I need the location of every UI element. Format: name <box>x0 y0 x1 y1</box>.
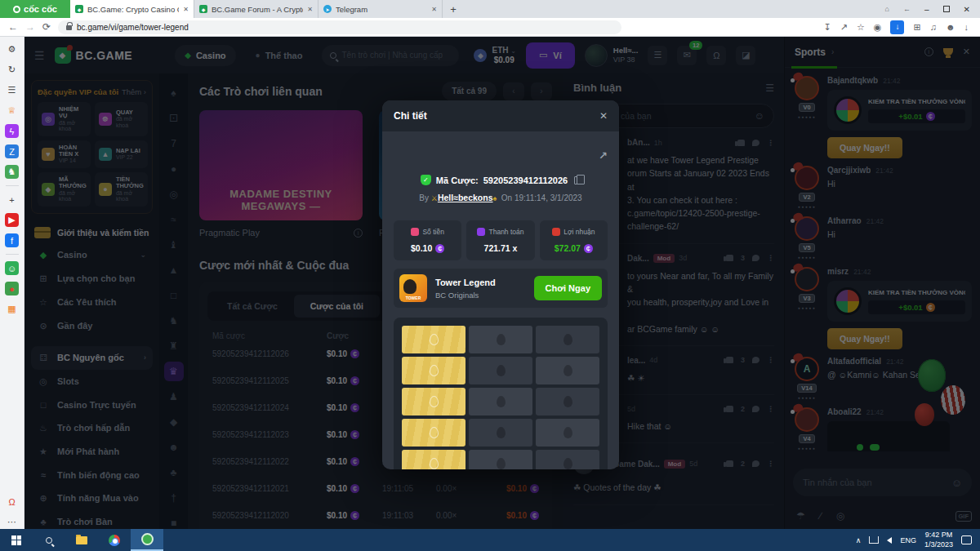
tower-tile[interactable] <box>536 326 599 353</box>
egg-icon <box>497 396 506 407</box>
tower-tile-selected[interactable] <box>402 419 466 447</box>
reading-list-icon[interactable]: ☰ <box>5 83 19 97</box>
new-tab-button[interactable]: + <box>443 3 464 16</box>
extensions-icon[interactable]: ⊞ <box>913 23 920 32</box>
tab-close-icon[interactable]: ✕ <box>307 6 313 13</box>
browser-tab[interactable]: ◆BC.Game Forum - A Cryptoc✕ <box>194 0 318 18</box>
browser-tab[interactable]: ◆BC.Game: Crypto Casino Gam✕ <box>70 0 194 18</box>
browser-sidebar: ⚙↻☰♕ϟZ♞+▶f☺●▦Ω⋯ <box>0 37 24 529</box>
taskbar-clock[interactable]: 9:42 PM1/3/2023 <box>924 531 953 549</box>
tower-tile-selected[interactable] <box>402 357 466 384</box>
farm-game-icon[interactable]: ● <box>5 282 19 295</box>
tower-tile-selected[interactable] <box>402 450 466 469</box>
telegram-favicon-icon: ➤ <box>323 5 332 13</box>
shopping-cart-icon[interactable]: ▦ <box>5 302 19 316</box>
back-icon[interactable]: ← <box>8 22 18 32</box>
downloads-icon[interactable]: ↓ <box>964 23 969 32</box>
screen: cốc cốc ◆BC.Game: Crypto Casino Gam✕◆BC.… <box>0 0 980 551</box>
forward-icon[interactable]: → <box>25 22 35 32</box>
network-icon[interactable] <box>869 536 879 544</box>
action-center-icon[interactable] <box>961 535 972 544</box>
send-to-device-icon[interactable]: ↧ <box>824 23 831 32</box>
share-icon[interactable]: ↗ <box>599 149 608 162</box>
verified-icon: ✓ <box>421 175 431 185</box>
youtube-icon[interactable]: ▶ <box>5 213 19 227</box>
modal-close-icon[interactable]: ✕ <box>599 110 608 122</box>
stat-value-text: $0.10 <box>411 243 432 253</box>
maximize-button[interactable] <box>943 6 950 12</box>
coccoc-icon <box>141 533 154 545</box>
url-bar: ← → ⟳ bc.game/vi/game/tower-legend ↧↗☆◉↓… <box>0 18 980 37</box>
close-button[interactable]: ✕ <box>964 5 970 14</box>
tower-tile[interactable] <box>536 357 599 384</box>
tower-tile[interactable] <box>469 419 532 447</box>
tower-tile[interactable] <box>469 326 532 353</box>
copy-icon[interactable] <box>574 176 581 184</box>
bet-author-line: By ⚔Hell≈beckons♠ On 19:11:14, 3/1/2023 <box>394 193 608 202</box>
browser-tab[interactable]: ➤Telegram✕ <box>318 0 443 18</box>
search-icon <box>46 537 52 544</box>
egg-icon <box>564 365 572 376</box>
egg-icon <box>430 427 439 438</box>
facebook-icon[interactable]: f <box>5 233 19 247</box>
tower-tile[interactable] <box>469 450 532 469</box>
tower-legend-icon <box>399 274 427 302</box>
stat-value: $72.07₵ <box>542 243 605 253</box>
address-box[interactable]: bc.game/vi/game/tower-legend <box>58 20 621 34</box>
settings-icon[interactable]: ⚙ <box>5 42 19 56</box>
search-button[interactable] <box>33 529 65 551</box>
tab-search-icon[interactable]: ⌂ <box>885 6 889 13</box>
more-icon[interactable]: ⋯ <box>5 515 19 529</box>
bet-details-modal: Chi tiết ✕ ↗ ✓ Mã Cược: 5920523941211202… <box>382 100 619 469</box>
tab-close-icon[interactable]: ✕ <box>183 6 189 13</box>
tab-title: BC.Game Forum - A Cryptoc <box>212 5 303 14</box>
tower-tile[interactable] <box>469 357 532 384</box>
coccoc[interactable] <box>131 529 163 551</box>
coccoc-brand[interactable]: cốc cốc <box>0 0 70 18</box>
game-row: Tower Legend BC Originals Chơi Ngay <box>394 269 608 308</box>
messenger-icon[interactable]: ϟ <box>5 124 19 138</box>
coccoc-logo-icon <box>13 6 20 13</box>
download-active-icon[interactable]: ↓ <box>890 20 904 34</box>
tower-tile[interactable] <box>536 419 599 447</box>
lock-icon[interactable] <box>66 25 72 30</box>
rewards-crown-icon[interactable]: ♕ <box>5 104 19 118</box>
add-shortcut-icon[interactable]: + <box>5 193 19 207</box>
tower-tile[interactable] <box>536 388 599 415</box>
stat-card: Thanh toán721.71 x <box>466 220 534 260</box>
tower-tile-selected[interactable] <box>402 388 466 415</box>
bet-username[interactable]: Hell≈beckons <box>438 193 493 202</box>
stat-value: $0.10₵ <box>396 243 459 253</box>
zalo-icon[interactable]: Z <box>5 144 19 158</box>
url-text: bc.game/vi/game/tower-legend <box>77 23 189 32</box>
file-explorer[interactable] <box>65 529 98 551</box>
volume-icon[interactable] <box>887 537 892 544</box>
username-prefix-icon: ⚔ <box>431 194 438 202</box>
hidden-icons-chevron[interactable]: ∧ <box>856 536 862 544</box>
games-icon[interactable]: ♞ <box>5 165 19 179</box>
language-indicator[interactable]: ENG <box>900 536 916 544</box>
play-now-button[interactable]: Chơi Ngay <box>534 276 603 300</box>
media-icon[interactable]: ♫ <box>930 23 937 32</box>
minimize-button[interactable]: – <box>924 5 929 14</box>
bookmark-star-icon[interactable]: ☆ <box>857 23 865 32</box>
tab-scroll-icon[interactable]: ← <box>903 6 911 13</box>
taskbar-apps <box>0 529 163 551</box>
profile-icon[interactable]: ☻ <box>946 23 956 32</box>
reload-icon[interactable]: ⟳ <box>42 22 51 32</box>
tab-title: Telegram <box>336 5 427 14</box>
chat-icon[interactable]: ☺ <box>5 261 19 275</box>
share-icon[interactable]: ↗ <box>840 23 848 32</box>
start-button[interactable] <box>0 529 33 551</box>
tower-tile-selected[interactable] <box>402 326 466 353</box>
tower-tile[interactable] <box>469 388 532 415</box>
adblock-shield-icon[interactable]: ◉ <box>874 23 882 32</box>
tab-close-icon[interactable]: ✕ <box>431 6 437 13</box>
history-icon[interactable]: ↻ <box>5 63 19 77</box>
stat-label-text: Thanh toán <box>488 228 523 236</box>
notification-bell-icon[interactable]: Ω <box>5 495 19 509</box>
egg-icon <box>497 458 506 469</box>
tower-tile[interactable] <box>536 450 599 469</box>
chrome[interactable] <box>98 529 131 551</box>
stat-value-text: 721.71 x <box>484 243 518 253</box>
